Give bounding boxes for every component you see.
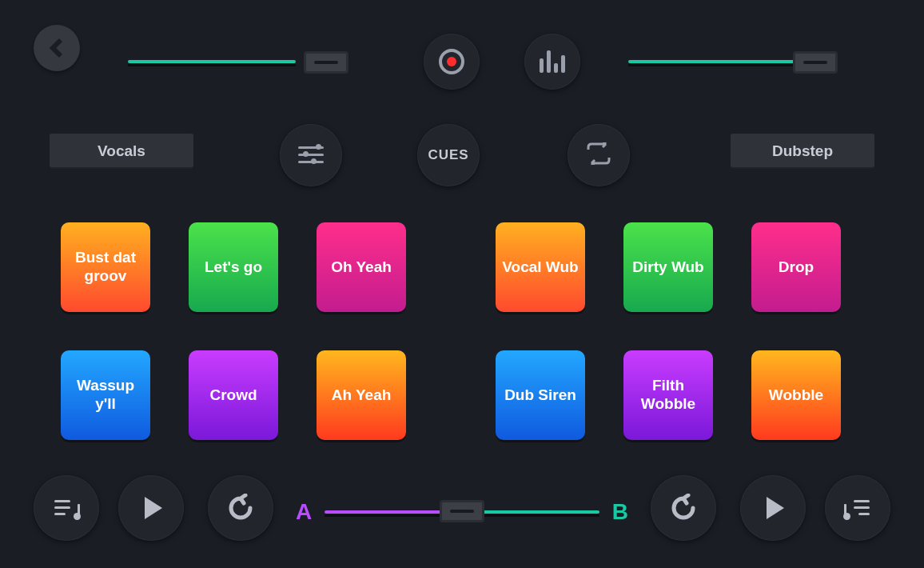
bank-b-label[interactable]: Dubstep [731,134,874,169]
play-icon [145,497,162,519]
deck-a-label: A [296,499,312,525]
loop-button[interactable] [568,124,630,186]
chevron-left-icon [48,37,66,59]
sample-pad[interactable]: Let's go [189,222,278,312]
tempo-slider-b-track[interactable] [628,60,796,63]
cues-button[interactable]: CUES [417,124,480,186]
bank-a-label[interactable]: Vocals [50,134,193,169]
crossfader-handle[interactable] [440,500,484,522]
undo-icon [669,494,698,522]
crossfader-track[interactable] [325,510,599,514]
play-icon [767,497,784,519]
equalizer-icon [540,50,565,73]
tracklist-icon [846,498,870,518]
undo-icon [226,494,255,522]
sample-pad[interactable]: Bust dat groov [61,222,150,312]
sample-pad[interactable]: Crowd [189,350,278,440]
play-a-button[interactable] [118,475,184,541]
back-button[interactable] [34,25,80,71]
bank-controls-row: Vocals CUES Dubstep [0,124,924,180]
undo-a-button[interactable] [208,475,273,541]
play-b-button[interactable] [740,475,806,541]
sample-pad[interactable]: Dub Siren [496,350,585,440]
pads-area: Bust dat groov Let's go Oh Yeah Wassup y… [61,222,863,440]
loop-icon [585,142,612,168]
tracklist-b-button[interactable] [825,475,890,541]
fx-settings-button[interactable] [280,124,342,186]
sample-pad[interactable]: Wassup y'll [61,350,150,440]
tracklist-a-button[interactable] [34,475,99,541]
transport-row: A B [0,472,924,552]
sample-pad[interactable]: Dirty Wub [623,222,713,312]
sample-pad[interactable]: Wobble [751,350,841,440]
sample-pad[interactable]: Filth Wobble [623,350,713,440]
tempo-slider-a-track[interactable] [128,60,296,63]
top-bar [0,16,924,80]
pad-bank-b: Vocal Wub Dirty Wub Drop Dub Siren Filth… [496,222,841,440]
sample-pad[interactable]: Ah Yeah [317,350,406,440]
deck-b-label: B [612,499,628,525]
record-button[interactable] [424,34,480,90]
sample-pad[interactable]: Vocal Wub [496,222,585,312]
pad-bank-a: Bust dat groov Let's go Oh Yeah Wassup y… [61,222,406,440]
mixer-button[interactable] [524,34,580,90]
sample-pad[interactable]: Drop [751,222,841,312]
record-icon [439,49,464,74]
sample-pad[interactable]: Oh Yeah [317,222,406,312]
tempo-slider-b-handle[interactable] [793,51,838,74]
undo-b-button[interactable] [651,475,716,541]
crossfader[interactable]: A B [296,496,628,528]
tracklist-icon [54,498,78,518]
tempo-slider-a-handle[interactable] [304,51,348,74]
sliders-icon [298,145,324,166]
